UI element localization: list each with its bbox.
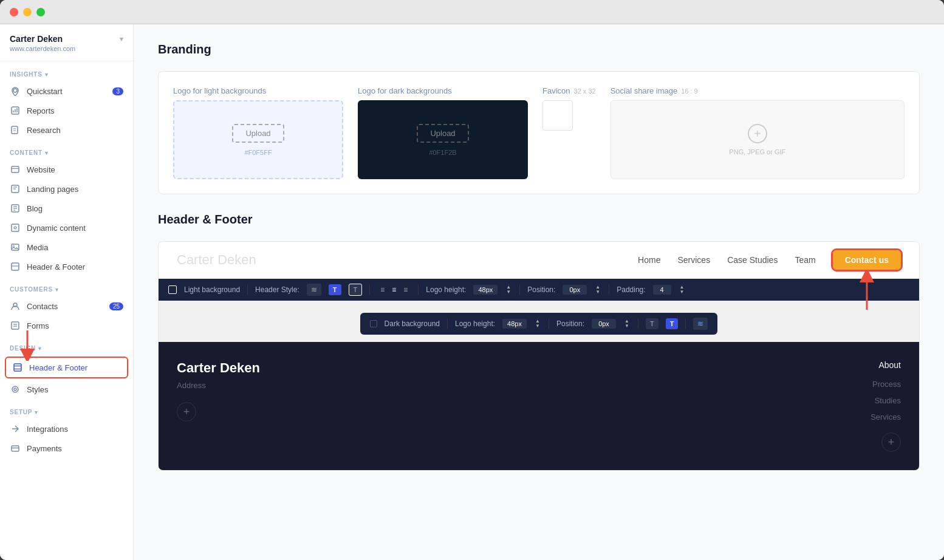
contacts-icon (10, 301, 21, 312)
contacts-label: Contacts (27, 302, 58, 311)
header-footer-label: Header & Footer (29, 363, 87, 372)
sidebar-item-reports[interactable]: Reports (0, 101, 133, 120)
close-button[interactable] (10, 8, 18, 16)
logo-height-input[interactable] (473, 285, 498, 295)
footer-services-link[interactable]: Services (870, 412, 901, 422)
logo-light-upload-button[interactable]: Upload (232, 124, 284, 143)
footer-add-button[interactable]: + (177, 402, 196, 422)
section-editor-icon (10, 261, 21, 272)
sidebar-brand: Carter Deken ▾ www.carterdeken.com (0, 24, 133, 61)
social-image-section: Social share image 16 : 9 + PNG, JPEG or… (611, 86, 905, 179)
contact-us-button[interactable]: Contact us (833, 250, 901, 270)
footer-about-link[interactable]: About (878, 360, 901, 370)
dark-logo-height-input[interactable] (502, 319, 527, 329)
align-center-btn[interactable]: ≡ (389, 284, 399, 296)
minimize-button[interactable] (23, 8, 32, 16)
dark-position-input[interactable] (592, 319, 616, 329)
dark-position-label: Position: (556, 319, 584, 328)
position-input[interactable] (563, 285, 587, 295)
dark-position-down[interactable]: ▼ (623, 324, 631, 329)
header-footer-title: Header & Footer (158, 213, 920, 227)
chevron-icon-customers: ▾ (55, 287, 59, 293)
svg-rect-17 (12, 224, 19, 231)
sidebar-item-header-footer[interactable]: Header & Footer (5, 357, 128, 378)
dark-style-bold-btn[interactable]: T (666, 318, 679, 329)
padding-down[interactable]: ▼ (679, 290, 686, 295)
dark-style-plain-btn[interactable]: T (646, 318, 658, 329)
footer-links-add-button[interactable]: + (881, 432, 901, 452)
logo-dark-upload[interactable]: Upload #0F1F2B (358, 100, 528, 179)
footer-process-link[interactable]: Process (872, 380, 901, 389)
sidebar-item-integrations[interactable]: Integrations (0, 419, 133, 439)
logo-height-stepper: ▲ ▼ (505, 285, 512, 295)
maximize-button[interactable] (36, 8, 45, 16)
sidebar-item-styles[interactable]: Styles (0, 380, 133, 399)
sidebar-item-quickstart[interactable]: Quickstart 3 (0, 81, 133, 101)
brand-name[interactable]: Carter Deken ▾ (10, 34, 123, 44)
arrow-up-annotation (858, 270, 876, 315)
website-icon (10, 164, 21, 175)
forms-icon (10, 320, 21, 331)
toolbar-divider-2 (369, 284, 370, 295)
padding-input[interactable] (653, 285, 671, 295)
sidebar-item-landing-pages[interactable]: Landing pages (0, 179, 133, 199)
style-stripes-btn[interactable]: ≋ (307, 284, 321, 296)
favicon-box[interactable] (542, 100, 573, 131)
social-hint: PNG, JPEG or GIF (729, 148, 785, 155)
dark-logo-height-stepper: ▲ ▼ (534, 319, 541, 329)
sidebar-item-media[interactable]: Media (0, 237, 133, 257)
landing-pages-label: Landing pages (27, 185, 78, 194)
media-icon (10, 242, 21, 253)
nav-case-studies[interactable]: Case Studies (727, 255, 778, 265)
sidebar-item-blog[interactable]: Blog (0, 199, 133, 218)
style-bold-btn[interactable]: T (329, 284, 341, 295)
nav-services[interactable]: Services (677, 255, 710, 265)
align-left-btn[interactable]: ≡ (377, 284, 388, 296)
logo-height-down[interactable]: ▼ (505, 290, 512, 295)
dark-toolbar-divider-4 (685, 318, 686, 329)
dynamic-content-icon (10, 222, 21, 233)
header-preview: Carter Deken Home Services Case Studies … (159, 242, 919, 279)
logo-light-section: Logo for light backgrounds Upload #F0F5F… (173, 86, 343, 179)
align-right-btn[interactable]: ≡ (400, 284, 411, 296)
section-editor-label: Header & Footer (27, 262, 85, 271)
blog-label: Blog (27, 204, 43, 213)
social-image-upload[interactable]: + PNG, JPEG or GIF (611, 100, 905, 179)
footer-nav-links: About Process Studies Services + (870, 360, 901, 452)
style-outline-btn[interactable]: T (349, 284, 363, 296)
branding-title: Branding (158, 43, 920, 56)
sidebar-item-contacts[interactable]: Contacts 25 (0, 296, 133, 316)
nav-team[interactable]: Team (795, 255, 815, 265)
svg-rect-5 (12, 126, 18, 134)
styles-icon (10, 384, 21, 395)
footer-studies-link[interactable]: Studies (875, 396, 901, 405)
logo-light-upload[interactable]: Upload #F0F5FF (173, 100, 343, 179)
sidebar-item-payments[interactable]: Payments (0, 439, 133, 458)
footer-link-items: Process Studies Services (870, 380, 901, 425)
quickstart-label: Quickstart (27, 87, 63, 96)
favicon-section: Favicon 32 x 32 (542, 86, 596, 179)
sidebar-item-research[interactable]: Research (0, 120, 133, 140)
section-setup: SETUP ▾ (0, 399, 133, 419)
header-footer-icon (12, 362, 23, 373)
dark-toolbar-divider-3 (638, 318, 638, 329)
dark-bg-checkbox[interactable] (370, 320, 377, 327)
nav-home[interactable]: Home (638, 255, 660, 265)
logo-dark-upload-button[interactable]: Upload (417, 124, 468, 143)
dark-style-stripes-btn[interactable]: ≋ (693, 318, 708, 330)
align-group: ≡ ≡ ≡ (377, 284, 411, 296)
sidebar-item-dynamic-content[interactable]: Dynamic content (0, 218, 133, 237)
styles-label: Styles (27, 385, 48, 394)
padding-label: Padding: (617, 285, 645, 294)
sidebar-item-section-editor[interactable]: Header & Footer (0, 257, 133, 276)
light-bg-checkbox[interactable] (168, 285, 177, 294)
light-bg-toolbar: Light background Header Style: ≋ T T ≡ ≡… (159, 279, 919, 301)
main-content: Branding Logo for light backgrounds Uplo… (134, 24, 944, 560)
sidebar-item-website[interactable]: Website (0, 160, 133, 179)
svg-rect-27 (14, 364, 21, 371)
position-down[interactable]: ▼ (594, 290, 601, 295)
payments-icon (10, 443, 21, 454)
dynamic-content-label: Dynamic content (27, 224, 86, 233)
dark-logo-height-down[interactable]: ▼ (534, 324, 541, 329)
dark-toolbar-divider-2 (549, 318, 549, 329)
